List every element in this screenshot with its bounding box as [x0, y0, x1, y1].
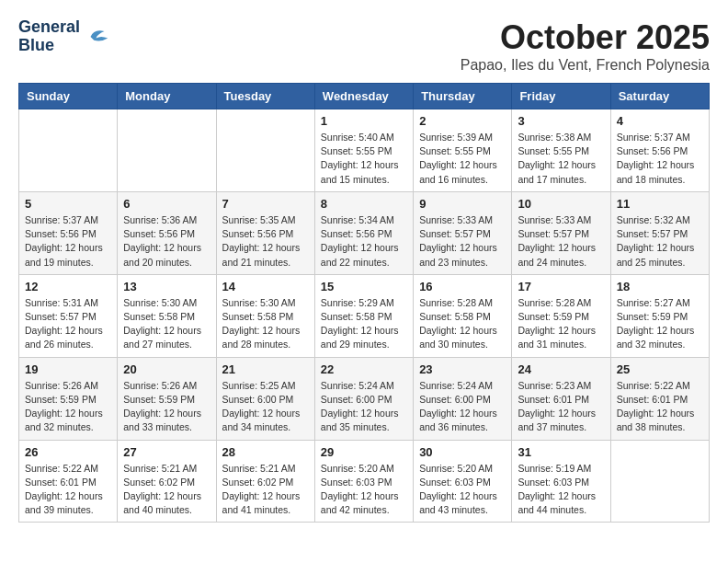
day-number: 8: [321, 197, 407, 211]
calendar-cell: 16Sunrise: 5:28 AM Sunset: 5:58 PM Dayli…: [414, 274, 512, 357]
day-number: 24: [518, 362, 604, 376]
calendar-cell: 30Sunrise: 5:20 AM Sunset: 6:03 PM Dayli…: [414, 440, 512, 523]
day-number: 11: [617, 197, 703, 211]
calendar-cell: 26Sunrise: 5:22 AM Sunset: 6:01 PM Dayli…: [19, 440, 118, 523]
month-title: October 2025: [461, 18, 710, 57]
calendar-cell: 9Sunrise: 5:33 AM Sunset: 5:57 PM Daylig…: [414, 191, 512, 274]
day-info: Sunrise: 5:33 AM Sunset: 5:57 PM Dayligh…: [518, 213, 604, 270]
calendar-cell: 13Sunrise: 5:30 AM Sunset: 5:58 PM Dayli…: [118, 274, 216, 357]
day-info: Sunrise: 5:20 AM Sunset: 6:03 PM Dayligh…: [321, 462, 407, 518]
calendar-cell: 1Sunrise: 5:40 AM Sunset: 5:55 PM Daylig…: [314, 109, 413, 192]
calendar-cell: 23Sunrise: 5:24 AM Sunset: 6:00 PM Dayli…: [414, 357, 512, 440]
day-number: 9: [419, 197, 506, 211]
day-number: 16: [419, 280, 506, 293]
day-number: 26: [25, 445, 111, 459]
day-number: 5: [25, 197, 111, 211]
day-info: Sunrise: 5:21 AM Sunset: 6:02 PM Dayligh…: [123, 462, 210, 518]
logo: General Blue: [18, 18, 111, 55]
day-info: Sunrise: 5:24 AM Sunset: 6:00 PM Dayligh…: [321, 379, 407, 435]
day-number: 15: [321, 280, 407, 293]
calendar-cell: 21Sunrise: 5:25 AM Sunset: 6:00 PM Dayli…: [216, 357, 314, 440]
calendar-cell: 12Sunrise: 5:31 AM Sunset: 5:57 PM Dayli…: [19, 274, 118, 357]
calendar-cell: 3Sunrise: 5:38 AM Sunset: 5:55 PM Daylig…: [512, 109, 610, 192]
calendar-cell: 22Sunrise: 5:24 AM Sunset: 6:00 PM Dayli…: [314, 357, 413, 440]
day-info: Sunrise: 5:19 AM Sunset: 6:03 PM Dayligh…: [518, 462, 604, 518]
day-header-thursday: Thursday: [414, 84, 512, 109]
calendar-cell: [216, 109, 314, 192]
calendar-cell: [610, 440, 709, 523]
calendar-cell: 18Sunrise: 5:27 AM Sunset: 5:59 PM Dayli…: [610, 274, 709, 357]
calendar-cell: 10Sunrise: 5:33 AM Sunset: 5:57 PM Dayli…: [512, 191, 610, 274]
day-number: 30: [419, 445, 506, 459]
day-info: Sunrise: 5:40 AM Sunset: 5:55 PM Dayligh…: [321, 131, 407, 187]
location: Papao, Iles du Vent, French Polynesia: [461, 57, 710, 74]
calendar-cell: 7Sunrise: 5:35 AM Sunset: 5:56 PM Daylig…: [216, 191, 314, 274]
day-number: 7: [222, 197, 309, 211]
day-number: 17: [518, 280, 604, 293]
day-info: Sunrise: 5:37 AM Sunset: 5:56 PM Dayligh…: [25, 213, 111, 270]
day-info: Sunrise: 5:25 AM Sunset: 6:00 PM Dayligh…: [222, 379, 309, 435]
page-header: General Blue October 2025 Papao, Iles du…: [18, 18, 710, 74]
day-header-friday: Friday: [512, 84, 610, 109]
day-info: Sunrise: 5:28 AM Sunset: 5:59 PM Dayligh…: [518, 296, 604, 352]
calendar-header-row: SundayMondayTuesdayWednesdayThursdayFrid…: [19, 84, 710, 109]
day-info: Sunrise: 5:26 AM Sunset: 5:59 PM Dayligh…: [25, 379, 111, 435]
day-number: 18: [617, 280, 703, 293]
day-info: Sunrise: 5:23 AM Sunset: 6:01 PM Dayligh…: [518, 379, 604, 435]
day-info: Sunrise: 5:27 AM Sunset: 5:59 PM Dayligh…: [617, 296, 703, 352]
day-info: Sunrise: 5:34 AM Sunset: 5:56 PM Dayligh…: [321, 213, 407, 270]
title-block: October 2025 Papao, Iles du Vent, French…: [461, 18, 710, 74]
day-info: Sunrise: 5:29 AM Sunset: 5:58 PM Dayligh…: [321, 296, 407, 352]
day-number: 20: [123, 362, 210, 376]
day-number: 12: [25, 280, 111, 293]
calendar-cell: 2Sunrise: 5:39 AM Sunset: 5:55 PM Daylig…: [414, 109, 512, 192]
calendar-cell: 20Sunrise: 5:26 AM Sunset: 5:59 PM Dayli…: [118, 357, 216, 440]
day-info: Sunrise: 5:28 AM Sunset: 5:58 PM Dayligh…: [419, 296, 506, 352]
day-number: 14: [222, 280, 309, 293]
calendar-table: SundayMondayTuesdayWednesdayThursdayFrid…: [18, 83, 710, 523]
day-info: Sunrise: 5:31 AM Sunset: 5:57 PM Dayligh…: [25, 296, 111, 352]
day-number: 25: [617, 362, 703, 376]
day-header-wednesday: Wednesday: [314, 84, 413, 109]
day-number: 19: [25, 362, 111, 376]
day-number: 1: [321, 114, 407, 128]
day-number: 31: [518, 445, 604, 459]
calendar-week-row: 12Sunrise: 5:31 AM Sunset: 5:57 PM Dayli…: [19, 274, 710, 357]
day-number: 29: [321, 445, 407, 459]
day-info: Sunrise: 5:37 AM Sunset: 5:56 PM Dayligh…: [617, 131, 703, 187]
day-info: Sunrise: 5:33 AM Sunset: 5:57 PM Dayligh…: [419, 213, 506, 270]
calendar-cell: 5Sunrise: 5:37 AM Sunset: 5:56 PM Daylig…: [19, 191, 118, 274]
day-number: 2: [419, 114, 506, 128]
day-info: Sunrise: 5:22 AM Sunset: 6:01 PM Dayligh…: [617, 379, 703, 435]
calendar-cell: [19, 109, 118, 192]
day-header-saturday: Saturday: [610, 84, 709, 109]
day-number: 13: [123, 280, 210, 293]
day-number: 27: [123, 445, 210, 459]
day-info: Sunrise: 5:21 AM Sunset: 6:02 PM Dayligh…: [222, 462, 309, 518]
calendar-week-row: 19Sunrise: 5:26 AM Sunset: 5:59 PM Dayli…: [19, 357, 710, 440]
calendar-cell: 17Sunrise: 5:28 AM Sunset: 5:59 PM Dayli…: [512, 274, 610, 357]
calendar-cell: 4Sunrise: 5:37 AM Sunset: 5:56 PM Daylig…: [610, 109, 709, 192]
calendar-cell: 27Sunrise: 5:21 AM Sunset: 6:02 PM Dayli…: [118, 440, 216, 523]
day-info: Sunrise: 5:30 AM Sunset: 5:58 PM Dayligh…: [222, 296, 309, 352]
day-info: Sunrise: 5:22 AM Sunset: 6:01 PM Dayligh…: [25, 462, 111, 518]
day-header-sunday: Sunday: [19, 84, 118, 109]
day-info: Sunrise: 5:20 AM Sunset: 6:03 PM Dayligh…: [419, 462, 506, 518]
day-number: 21: [222, 362, 309, 376]
calendar-cell: 28Sunrise: 5:21 AM Sunset: 6:02 PM Dayli…: [216, 440, 314, 523]
logo-text: General Blue: [18, 18, 80, 55]
day-header-tuesday: Tuesday: [216, 84, 314, 109]
day-info: Sunrise: 5:30 AM Sunset: 5:58 PM Dayligh…: [123, 296, 210, 352]
day-number: 4: [617, 114, 703, 128]
day-info: Sunrise: 5:24 AM Sunset: 6:00 PM Dayligh…: [419, 379, 506, 435]
day-number: 23: [419, 362, 506, 376]
calendar-cell: 25Sunrise: 5:22 AM Sunset: 6:01 PM Dayli…: [610, 357, 709, 440]
day-info: Sunrise: 5:32 AM Sunset: 5:57 PM Dayligh…: [617, 213, 703, 270]
day-header-monday: Monday: [118, 84, 216, 109]
day-number: 22: [321, 362, 407, 376]
day-number: 3: [518, 114, 604, 128]
logo-bird-icon: [84, 23, 111, 51]
calendar-cell: 24Sunrise: 5:23 AM Sunset: 6:01 PM Dayli…: [512, 357, 610, 440]
logo-line2: Blue: [18, 37, 80, 55]
calendar-cell: 19Sunrise: 5:26 AM Sunset: 5:59 PM Dayli…: [19, 357, 118, 440]
